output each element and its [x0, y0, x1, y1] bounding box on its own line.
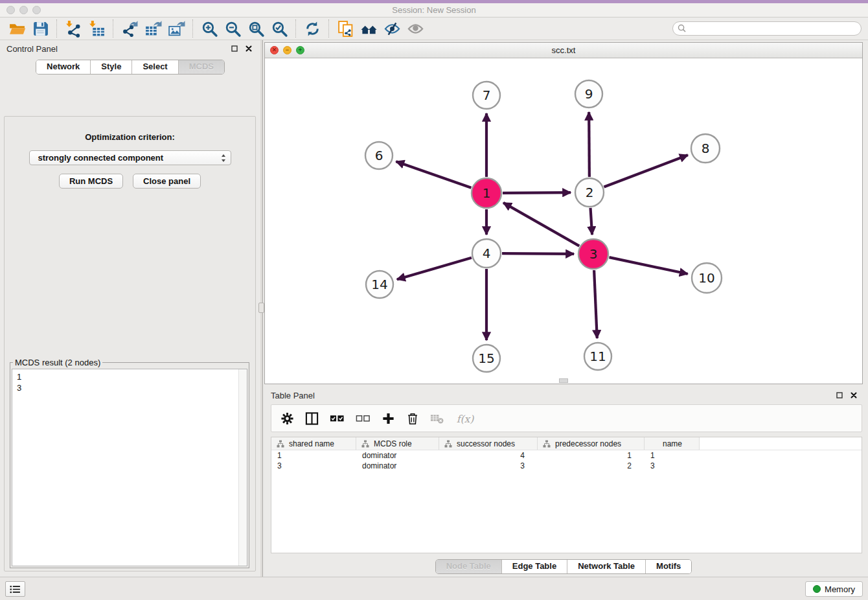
run-mcds-button[interactable]: Run MCDS: [59, 174, 123, 189]
table-cell[interactable]: dominator: [356, 450, 439, 461]
table-cell[interactable]: 1: [645, 450, 700, 461]
graph-node-3[interactable]: 3: [578, 239, 608, 269]
table-cell[interactable]: 3: [645, 461, 700, 471]
column-header-MCDS-role[interactable]: MCDS role: [356, 437, 439, 450]
tab-network[interactable]: Network: [36, 60, 90, 74]
graph-node-14[interactable]: 14: [366, 271, 393, 298]
graph-edge-2-9[interactable]: [589, 112, 589, 177]
table-panel-header: Table Panel: [264, 387, 863, 403]
svg-text:2: 2: [586, 185, 594, 200]
table-cell[interactable]: 1: [271, 450, 356, 461]
select-all-columns-icon[interactable]: [330, 411, 345, 426]
table-row[interactable]: 1dominator411: [271, 450, 862, 461]
mcds-result-text[interactable]: 13: [12, 369, 247, 566]
refresh-icon[interactable]: [301, 19, 324, 39]
panel-divider[interactable]: [260, 40, 263, 577]
application-window: Session: New Session Control Panel Netwo…: [0, 0, 868, 600]
close-panel-button[interactable]: Close panel: [133, 174, 201, 189]
graph-edge-1-6[interactable]: [396, 161, 471, 188]
clone-network-icon[interactable]: [334, 19, 357, 39]
table-cell[interactable]: 3: [439, 461, 538, 471]
graph-node-1[interactable]: 1: [472, 178, 501, 208]
save-session-icon[interactable]: [29, 19, 52, 39]
import-network-icon[interactable]: [62, 19, 85, 39]
hide-visibility-icon[interactable]: [380, 19, 404, 39]
graph-node-9[interactable]: 9: [575, 80, 602, 108]
search-input[interactable]: [672, 21, 862, 36]
network-window-title: scc.txt: [265, 45, 862, 55]
graph-node-11[interactable]: 11: [584, 343, 611, 370]
column-header-label: MCDS role: [374, 439, 412, 448]
zoom-selected-icon[interactable]: [268, 19, 291, 39]
float-panel-icon[interactable]: [229, 43, 240, 54]
table-tab-node-table[interactable]: Node Table: [436, 560, 501, 573]
optimization-criterion-label: Optimization criterion:: [5, 132, 255, 142]
column-header-predecessor-nodes[interactable]: predecessor nodes: [538, 437, 645, 450]
graph-edge-2-8[interactable]: [604, 155, 687, 187]
settings-gear-icon[interactable]: [280, 411, 294, 426]
mcds-result-title: MCDS result (2 nodes): [13, 358, 102, 367]
zoom-in-icon[interactable]: [198, 19, 221, 39]
close-panel-icon[interactable]: [244, 43, 254, 54]
graph-edge-4-3[interactable]: [502, 253, 574, 254]
table-cell[interactable]: dominator: [356, 461, 439, 471]
table-panel-title: Table Panel: [271, 391, 315, 400]
export-image-icon[interactable]: [165, 19, 188, 39]
add-column-icon[interactable]: [382, 411, 395, 426]
table-cell[interactable]: 1: [538, 450, 645, 461]
table-tab-edge-table[interactable]: Edge Table: [501, 560, 567, 573]
home-icon[interactable]: [357, 19, 380, 39]
criterion-dropdown[interactable]: strongly connected component: [29, 150, 231, 165]
close-table-panel-icon[interactable]: [849, 390, 859, 400]
graph-edge-4-14[interactable]: [397, 258, 472, 279]
table-row[interactable]: 3dominator323: [271, 461, 862, 471]
table-tab-network-table[interactable]: Network Table: [567, 560, 645, 573]
graph-node-10[interactable]: 10: [692, 263, 722, 293]
column-header-name[interactable]: name: [645, 437, 700, 450]
show-visibility-icon: [404, 19, 427, 39]
table-tab-motifs[interactable]: Motifs: [645, 560, 691, 573]
column-header-shared-name[interactable]: shared name: [271, 437, 356, 450]
show-panels-button[interactable]: [5, 581, 25, 597]
column-header-successor-nodes[interactable]: successor nodes: [439, 437, 538, 450]
open-session-icon[interactable]: [5, 19, 29, 39]
network-resize-grip[interactable]: [559, 378, 568, 383]
divider-grip[interactable]: [258, 303, 264, 313]
table-cell[interactable]: 2: [538, 461, 645, 471]
export-network-icon[interactable]: [118, 19, 141, 39]
memory-button[interactable]: Memory: [805, 581, 863, 597]
import-table-icon[interactable]: [85, 19, 108, 39]
graph-edge-3-10[interactable]: [609, 257, 687, 274]
graph-node-8[interactable]: 8: [691, 134, 720, 163]
graph-node-6[interactable]: 6: [365, 142, 393, 169]
graph-node-15[interactable]: 15: [473, 345, 500, 372]
memory-label: Memory: [825, 584, 855, 594]
graph-node-4[interactable]: 4: [472, 239, 501, 268]
graph-edge-3-11[interactable]: [594, 270, 597, 338]
graph-edge-3-1[interactable]: [503, 203, 579, 246]
network-window: ✕ − + scc.txt 7968124314101511: [264, 42, 863, 384]
table-cell[interactable]: 4: [439, 450, 538, 461]
graph-edge-1-2[interactable]: [503, 192, 571, 193]
column-layout-icon[interactable]: [305, 411, 319, 426]
hierarchy-icon: [277, 440, 284, 448]
svg-text:3: 3: [589, 246, 598, 262]
toolbar-separator: [192, 19, 193, 38]
result-scrollbar[interactable]: [238, 369, 247, 566]
graph-edge-2-3[interactable]: [591, 208, 593, 235]
zoom-fit-icon[interactable]: [244, 19, 268, 39]
graph-node-7[interactable]: 7: [473, 82, 500, 109]
zoom-out-icon[interactable]: [221, 19, 244, 39]
delete-column-icon[interactable]: [406, 411, 419, 426]
float-table-panel-icon[interactable]: [834, 390, 845, 400]
memory-status-icon: [813, 585, 821, 593]
graph-node-2[interactable]: 2: [575, 178, 604, 207]
tab-select[interactable]: Select: [131, 60, 177, 74]
table-cell[interactable]: 3: [271, 461, 356, 471]
tab-style[interactable]: Style: [90, 60, 131, 74]
workspace: ✕ − + scc.txt 7968124314101511 Table Pan…: [263, 40, 868, 577]
tab-mcds[interactable]: MCDS: [178, 60, 224, 74]
deselect-all-columns-icon[interactable]: [356, 411, 371, 426]
export-table-icon[interactable]: [141, 19, 165, 39]
network-canvas[interactable]: 7968124314101511: [265, 58, 862, 384]
